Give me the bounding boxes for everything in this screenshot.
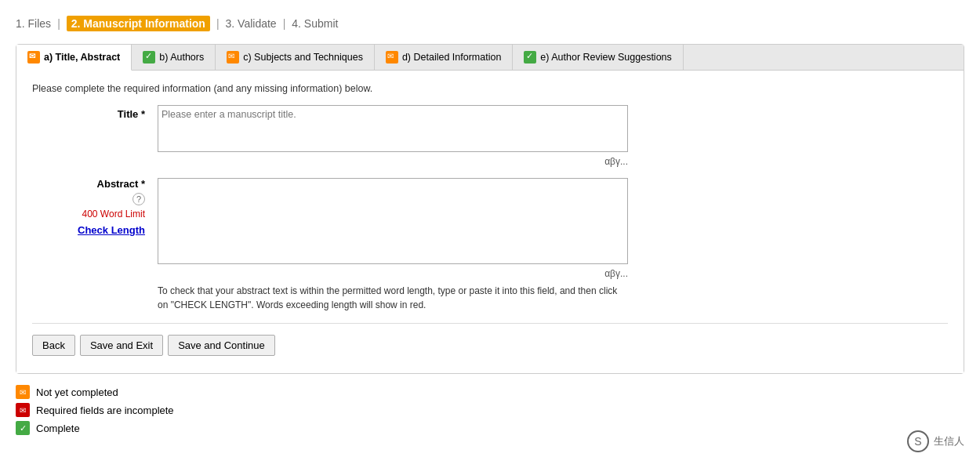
button-row: Back Save and Exit Save and Continue [32, 335, 948, 361]
tab-detailed[interactable]: d) Detailed Information [375, 45, 513, 70]
form-area: Please complete the required information… [16, 71, 964, 373]
tab-label-review: e) Author Review Suggestions [540, 52, 671, 63]
legend-label-incomplete: Required fields are incomplete [36, 405, 174, 416]
breadcrumb: 1. Files | 2. Manuscript Information | 3… [16, 16, 964, 31]
abstract-spellcheck[interactable]: αβγ... [158, 268, 628, 279]
tab-subjects[interactable]: c) Subjects and Techniques [216, 45, 375, 70]
legend-not-completed: ✉ Not yet completed [16, 385, 964, 399]
abstract-label-area: Abstract * ? 400 Word Limit Check Length [32, 178, 158, 236]
abstract-label-text: Abstract * [97, 178, 145, 190]
legend-icon-complete: ✓ [16, 421, 30, 435]
tab-label-title-abstract: a) Title, Abstract [44, 52, 120, 63]
title-row: Title * αβγ... [32, 105, 948, 167]
save-exit-button[interactable]: Save and Exit [80, 335, 163, 356]
legend-label-complete: Complete [36, 423, 80, 434]
tab-authors[interactable]: b) Authors [132, 45, 216, 70]
watermark-text: 生信人 [934, 434, 964, 448]
breadcrumb-validate[interactable]: 3. Validate [226, 17, 277, 30]
tab-label-detailed: d) Detailed Information [402, 52, 501, 63]
tab-container: a) Title, Abstract b) Authors c) Subject… [16, 44, 964, 374]
tabs-row: a) Title, Abstract b) Authors c) Subject… [16, 45, 964, 71]
breadcrumb-submit[interactable]: 4. Submit [292, 17, 338, 30]
breadcrumb-sep-1: | [57, 17, 60, 30]
form-description: Please complete the required information… [32, 83, 948, 94]
tab-title-abstract[interactable]: a) Title, Abstract [16, 45, 132, 71]
abstract-help-icon[interactable]: ? [132, 193, 145, 205]
watermark-icon: S [907, 430, 929, 451]
abstract-input[interactable] [158, 178, 628, 264]
title-label-text: Title [118, 108, 139, 120]
abstract-field-area: αβγ... To check that your abstract text … [158, 178, 948, 312]
title-label: Title * [32, 105, 158, 120]
tab-icon-detailed [386, 51, 398, 63]
breadcrumb-sep-2: | [216, 17, 220, 30]
tab-icon-review [524, 51, 536, 63]
tab-label-authors: b) Authors [159, 52, 204, 63]
title-input[interactable] [158, 105, 628, 152]
form-divider [32, 323, 948, 324]
legend-complete: ✓ Complete [16, 421, 964, 435]
title-field-area: αβγ... [158, 105, 948, 167]
legend: ✉ Not yet completed ✉ Required fields ar… [16, 385, 964, 435]
legend-icon-not-completed: ✉ [16, 385, 30, 399]
tab-icon-title-abstract [27, 51, 40, 63]
tab-icon-subjects [227, 51, 239, 63]
legend-icon-incomplete: ✉ [16, 403, 30, 417]
legend-incomplete: ✉ Required fields are incomplete [16, 403, 964, 417]
title-required: * [141, 108, 145, 120]
tab-label-subjects: c) Subjects and Techniques [243, 52, 363, 63]
abstract-row: Abstract * ? 400 Word Limit Check Length… [32, 178, 948, 312]
back-button[interactable]: Back [32, 335, 75, 356]
breadcrumb-manuscript[interactable]: 2. Manuscript Information [67, 16, 210, 31]
breadcrumb-sep-3: | [283, 17, 286, 30]
tab-icon-authors [143, 51, 155, 63]
legend-label-not-completed: Not yet completed [36, 386, 118, 398]
save-continue-button[interactable]: Save and Continue [168, 335, 275, 356]
abstract-note: To check that your abstract text is with… [158, 284, 628, 312]
word-limit: 400 Word Limit [82, 209, 145, 219]
title-spellcheck[interactable]: αβγ... [158, 156, 628, 167]
watermark: S 生信人 [907, 430, 964, 451]
breadcrumb-files[interactable]: 1. Files [16, 17, 51, 30]
check-length-link[interactable]: Check Length [78, 224, 145, 236]
tab-review-suggestions[interactable]: e) Author Review Suggestions [513, 45, 683, 70]
